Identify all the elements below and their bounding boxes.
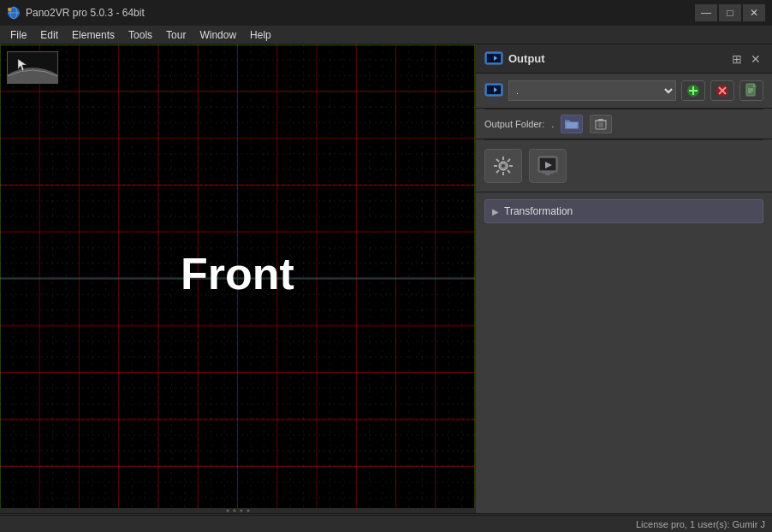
title-bar: Pano2VR pro 5.0.3 - 64bit — □ ✕: [0, 0, 772, 26]
output-doc-button[interactable]: [739, 80, 763, 101]
svg-line-43: [496, 170, 499, 173]
app-icon: [7, 6, 21, 20]
remove-output-button[interactable]: [710, 80, 734, 101]
output-icon: [484, 51, 503, 67]
svg-line-40: [496, 159, 499, 162]
svg-line-42: [508, 159, 510, 162]
transformation-section[interactable]: ▶ Transformation: [484, 199, 763, 223]
output-preview-button[interactable]: [529, 149, 567, 183]
menu-elements[interactable]: Elements: [65, 27, 122, 43]
output-title: Output: [508, 52, 545, 65]
viewport-resize-handle[interactable]: [0, 508, 475, 513]
title-controls: — □ ✕: [695, 4, 765, 21]
svg-rect-47: [542, 172, 554, 174]
maximize-button[interactable]: □: [719, 4, 741, 21]
title-left: Pano2VR pro 5.0.3 - 64bit: [7, 6, 145, 20]
output-folder-label: Output Folder:: [484, 119, 544, 129]
add-output-button[interactable]: [681, 80, 705, 101]
triangle-right-icon: ▶: [492, 207, 499, 216]
output-header-controls: ⊞ ✕: [729, 51, 763, 67]
svg-point-35: [502, 164, 505, 168]
license-text: License pro, 1 user(s): Gumir J: [636, 519, 765, 529]
svg-rect-30: [598, 119, 603, 121]
main-content: Front Output ⊞: [0, 44, 772, 513]
grid-canvas: [0, 44, 475, 513]
menu-edit[interactable]: Edit: [33, 27, 65, 43]
output-header: Output ⊞ ✕: [476, 44, 772, 74]
action-row: [476, 140, 772, 192]
clear-folder-button[interactable]: [590, 115, 612, 133]
menu-help[interactable]: Help: [243, 27, 278, 43]
svg-point-7: [233, 510, 235, 512]
svg-point-6: [226, 510, 229, 512]
menu-tools[interactable]: Tools: [122, 27, 159, 43]
svg-point-3: [8, 8, 11, 11]
output-close-button[interactable]: ✕: [748, 51, 763, 67]
output-title-area: Output: [484, 51, 545, 67]
browse-folder-button[interactable]: [561, 115, 583, 133]
output-settings-button[interactable]: [484, 149, 522, 183]
menu-file[interactable]: File: [3, 27, 33, 43]
title-text: Pano2VR pro 5.0.3 - 64bit: [26, 7, 145, 19]
menu-bar: File Edit Elements Tools Tour Window Hel…: [0, 26, 772, 44]
output-controls: .: [476, 74, 772, 109]
right-panel: Output ⊞ ✕ .: [475, 44, 772, 513]
status-bar: License pro, 1 user(s): Gumir J: [0, 515, 772, 532]
output-folder-row: Output Folder: .: [476, 109, 772, 139]
folder-path: .: [551, 119, 554, 129]
output-type-icon: [484, 83, 503, 98]
svg-point-9: [246, 510, 249, 512]
output-float-button[interactable]: ⊞: [729, 51, 745, 67]
viewport-thumbnail: [7, 51, 58, 84]
svg-rect-48: [545, 174, 550, 175]
svg-line-41: [508, 170, 510, 173]
output-type-select[interactable]: .: [508, 80, 676, 101]
transformation-label: Transformation: [504, 205, 573, 217]
svg-point-8: [240, 510, 242, 512]
svg-rect-24: [755, 86, 757, 87]
viewport-area[interactable]: Front: [0, 44, 475, 513]
menu-tour[interactable]: Tour: [159, 27, 193, 43]
menu-window[interactable]: Window: [193, 27, 243, 43]
close-button[interactable]: ✕: [743, 4, 765, 21]
minimize-button[interactable]: —: [695, 4, 717, 21]
